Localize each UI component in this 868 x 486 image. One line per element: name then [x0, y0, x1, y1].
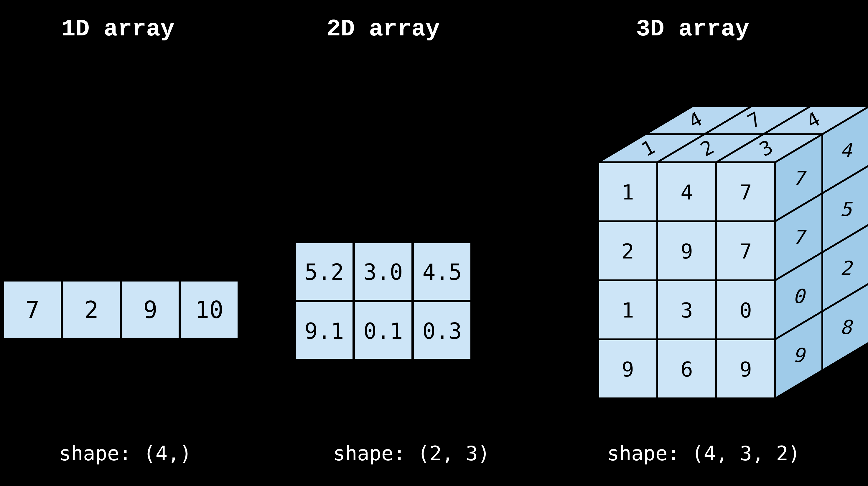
array-3d: 12347474750298147297130969: [598, 106, 868, 398]
cell-value: 9: [143, 296, 157, 324]
cell-value: 0.1: [364, 318, 403, 344]
cell-value: 3.0: [364, 259, 403, 285]
cell-value: 4: [840, 139, 853, 162]
cell-value: 2: [840, 257, 853, 280]
cell-value: 7: [25, 296, 39, 324]
cell-value: 9: [793, 344, 806, 367]
cell-value: 2: [84, 296, 98, 324]
cell-value: 1: [622, 298, 634, 322]
cell-value: 5.2: [305, 259, 344, 285]
cell-value: 9: [622, 358, 634, 381]
cell-value: 0.3: [422, 318, 462, 344]
cell-value: 10: [195, 296, 223, 324]
panel-shape: shape: (2, 3): [333, 442, 490, 465]
cell-value: 3: [681, 298, 693, 322]
cell-value: 0: [793, 285, 806, 308]
panel-title: 2D array: [327, 16, 440, 42]
cell-value: 2: [622, 239, 634, 263]
cell-value: 9: [681, 239, 693, 263]
array-1d: 72910: [3, 280, 239, 339]
cell-value: 0: [740, 298, 752, 322]
panel-title: 1D array: [61, 16, 175, 42]
cell-value: 5: [840, 198, 853, 221]
cell-value: 4.5: [422, 259, 462, 285]
cell-value: 9: [740, 358, 752, 381]
cell-value: 1: [622, 180, 634, 204]
cell-value: 9.1: [305, 318, 344, 344]
array-2d: 5.23.04.59.10.10.3: [295, 242, 472, 360]
cell-value: 4: [681, 180, 693, 204]
cell-value: 7: [740, 239, 752, 263]
panel-shape: shape: (4, 3, 2): [607, 442, 800, 465]
panel-shape: shape: (4,): [59, 442, 192, 465]
cell-value: 6: [681, 358, 693, 381]
panel-title: 3D array: [636, 16, 749, 42]
cell-value: 8: [840, 316, 853, 339]
cell-value: 7: [740, 180, 752, 204]
tensor-shapes-diagram: 1D arrayshape: (4,)2D arrayshape: (2, 3)…: [0, 0, 868, 486]
